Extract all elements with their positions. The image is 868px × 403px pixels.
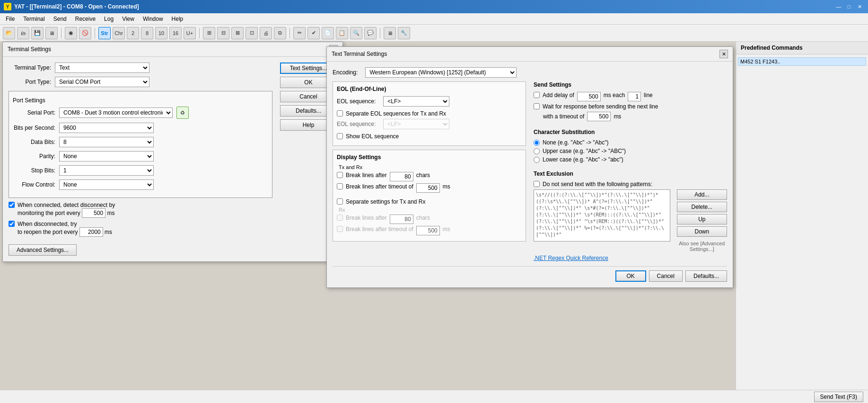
toolbar-b14[interactable]: 🔧 bbox=[398, 27, 410, 39]
menu-log[interactable]: Log bbox=[100, 15, 117, 23]
do-not-send-checkbox[interactable] bbox=[534, 181, 540, 187]
title-text: YAT - [[Terminal2] - COM8 - Open - Conne… bbox=[14, 3, 139, 10]
rx-break-lines-checkbox[interactable] bbox=[337, 215, 343, 221]
break-lines-after-checkbox[interactable] bbox=[337, 172, 343, 178]
toolbar-chr[interactable]: Chr bbox=[113, 27, 125, 39]
char-sub-upper-radio[interactable] bbox=[534, 148, 540, 154]
predefined-item[interactable]: M452 S1 F1243.. bbox=[738, 57, 866, 66]
toolbar-2[interactable]: 2 bbox=[127, 27, 139, 39]
toolbar-10[interactable]: 10 bbox=[155, 27, 167, 39]
toolbar-b8[interactable]: ✔ bbox=[307, 27, 320, 39]
rx-break-lines-timeout-label: Break lines after timeout of bbox=[346, 226, 413, 233]
break-lines-after-label: Break lines after bbox=[346, 172, 387, 179]
advanced-settings-btn[interactable]: Advanced Settings... bbox=[9, 244, 77, 256]
text-settings-defaults-btn[interactable]: Defaults... bbox=[685, 270, 727, 282]
reopen-interval-input[interactable] bbox=[79, 227, 103, 237]
toolbar-save[interactable]: 🗁 bbox=[17, 27, 29, 39]
menu-send[interactable]: Send bbox=[50, 15, 70, 23]
break-lines-after-input[interactable] bbox=[390, 172, 413, 181]
toolbar-b6[interactable]: ⧉ bbox=[274, 27, 286, 39]
add-delay-line-input[interactable] bbox=[628, 92, 641, 101]
monitor-interval-input[interactable] bbox=[82, 208, 105, 218]
wait-response-timeout-input[interactable] bbox=[587, 112, 611, 121]
text-settings-close-btn[interactable]: ✕ bbox=[719, 50, 728, 58]
predefined-commands-content: M452 S1 F1243.. bbox=[736, 54, 868, 69]
menu-receive[interactable]: Receive bbox=[71, 15, 99, 23]
parity-select[interactable]: None bbox=[59, 151, 154, 161]
bits-per-second-select[interactable]: 9600 bbox=[59, 123, 154, 133]
toolbar-b3[interactable]: ⊠ bbox=[231, 27, 244, 39]
toolbar-b7[interactable]: ✏ bbox=[293, 27, 306, 39]
rx-break-lines-timeout-checkbox[interactable] bbox=[337, 226, 343, 232]
toolbar-b10[interactable]: 📋 bbox=[336, 27, 348, 39]
toolbar-b9[interactable]: 📄 bbox=[322, 27, 334, 39]
advanced-settings-btn-row: Advanced Settings... bbox=[9, 244, 272, 256]
toolbar-open[interactable]: 📂 bbox=[3, 27, 15, 39]
regex-add-btn[interactable]: Add... bbox=[677, 189, 727, 200]
separate-eol-checkbox[interactable] bbox=[337, 110, 343, 116]
toolbar-b5[interactable]: 🖨 bbox=[260, 27, 272, 39]
close-button[interactable]: ✕ bbox=[855, 2, 864, 11]
toolbar-16[interactable]: 16 bbox=[169, 27, 182, 39]
encoding-select[interactable]: Western European (Windows) [1252] (Defau… bbox=[365, 67, 517, 78]
maximize-button[interactable]: □ bbox=[844, 2, 854, 11]
break-lines-timeout-input[interactable] bbox=[416, 183, 440, 193]
toolbar-connect[interactable]: ◉ bbox=[65, 27, 77, 39]
serial-port-refresh-btn[interactable]: ♻ bbox=[176, 107, 189, 119]
separate-eol-label: Separate EOL sequences for Tx and Rx bbox=[346, 110, 446, 117]
add-delay-checkbox[interactable] bbox=[534, 92, 540, 98]
add-delay-input[interactable] bbox=[577, 92, 601, 101]
wait-response-checkbox[interactable] bbox=[534, 103, 540, 109]
regex-content-box[interactable]: \s*//((?:(?:\\.\[""\\])*"(?:\\.\[""\\])*… bbox=[534, 189, 670, 242]
char-sub-upper-label: Upper case (e.g. "Abc" -> "ABC") bbox=[543, 148, 626, 154]
separate-settings-checkbox[interactable] bbox=[337, 198, 343, 205]
monitor-disconnect-checkbox[interactable] bbox=[9, 202, 15, 208]
toolbar-b11[interactable]: 🔍 bbox=[350, 27, 362, 39]
serial-port-select[interactable]: COM8 - Duet 3 motion control electronics… bbox=[59, 107, 173, 118]
show-eol-checkbox[interactable] bbox=[337, 133, 343, 139]
toolbar-b2[interactable]: ⊟ bbox=[217, 27, 229, 39]
toolbar-8[interactable]: 8 bbox=[141, 27, 153, 39]
toolbar-b13[interactable]: 🖥 bbox=[384, 27, 396, 39]
menu-help[interactable]: Help bbox=[168, 15, 187, 23]
send-text-btn[interactable]: Send Text (F3) bbox=[814, 392, 863, 402]
rx-break-lines-timeout-input[interactable] bbox=[416, 226, 440, 235]
text-settings-ok-btn[interactable]: OK bbox=[615, 270, 646, 282]
toolbar-b4[interactable]: ⊡ bbox=[245, 27, 258, 39]
toolbar-b1[interactable]: ⊞ bbox=[203, 27, 215, 39]
regex-up-btn[interactable]: Up bbox=[677, 214, 727, 224]
toolbar-terminal[interactable]: 🖥 bbox=[45, 27, 58, 39]
char-sub-none-radio[interactable] bbox=[534, 140, 540, 146]
flow-control-select[interactable]: None bbox=[59, 179, 154, 190]
rx-label: Rx bbox=[337, 207, 522, 213]
menu-terminal[interactable]: Terminal bbox=[19, 15, 48, 23]
toolbar-saveas[interactable]: 💾 bbox=[31, 27, 44, 39]
char-sub-group: Character Substitution None (e.g. "Abc" … bbox=[534, 129, 727, 165]
char-sub-lower-radio[interactable] bbox=[534, 157, 540, 163]
menu-file[interactable]: File bbox=[2, 15, 18, 23]
data-bits-select[interactable]: 8 bbox=[59, 137, 154, 147]
toolbar-b12[interactable]: 💬 bbox=[364, 27, 377, 39]
port-type-select[interactable]: Serial COM Port bbox=[55, 77, 149, 87]
toolbar: 📂 🗁 💾 🖥 ◉ 🚫 Str Chr 2 8 10 16 U+ ⊞ ⊟ ⊠ ⊡… bbox=[0, 25, 868, 42]
toolbar-stop[interactable]: 🚫 bbox=[79, 27, 91, 39]
toolbar-uplus[interactable]: U+ bbox=[184, 27, 196, 39]
menu-view[interactable]: View bbox=[118, 15, 138, 23]
terminal-settings-left: Terminal Type: Text Port Type: Serial CO… bbox=[9, 63, 272, 256]
minimize-button[interactable]: — bbox=[834, 2, 843, 11]
reopen-disconnect-checkbox[interactable] bbox=[9, 221, 15, 227]
menu-window[interactable]: Window bbox=[139, 15, 167, 23]
rx-eol-select[interactable]: <LF> bbox=[383, 119, 449, 129]
rx-break-lines-input[interactable] bbox=[390, 215, 413, 224]
stop-bits-select[interactable]: 1 bbox=[59, 165, 154, 176]
break-lines-timeout-checkbox[interactable] bbox=[337, 183, 343, 189]
terminal-type-select[interactable]: Text bbox=[55, 63, 149, 73]
net-regex-link[interactable]: .NET Regex Quick Reference bbox=[534, 255, 608, 261]
text-settings-cancel-btn[interactable]: Cancel bbox=[649, 270, 683, 282]
regex-delete-btn[interactable]: Delete... bbox=[677, 202, 727, 212]
regex-down-btn[interactable]: Down bbox=[677, 226, 727, 237]
toolbar-str[interactable]: Str bbox=[98, 27, 111, 39]
toolbar-sep-3 bbox=[199, 28, 200, 38]
eol-sequence-select[interactable]: <LF> bbox=[383, 96, 449, 107]
char-sub-none-row: None (e.g. "Abc" -> "Abc") bbox=[534, 139, 727, 146]
